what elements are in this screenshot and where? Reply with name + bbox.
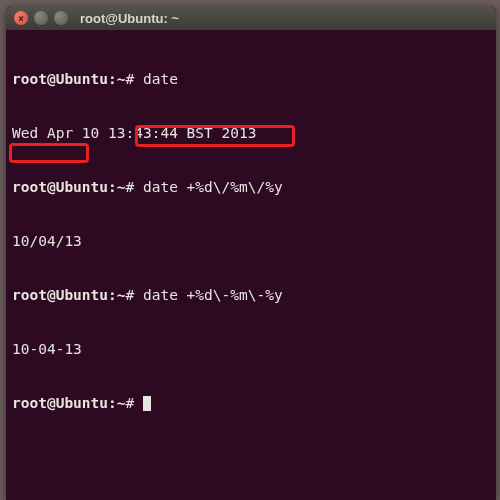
prompt-userhost: root@Ubuntu (12, 287, 108, 303)
output-text: Wed Apr 10 13:43:44 BST 2013 (12, 125, 256, 141)
terminal-line: root@Ubuntu:~# date +%d\-%m\-%y (12, 286, 490, 304)
prompt-symbol: # (126, 179, 135, 195)
prompt-symbol: # (126, 287, 135, 303)
cursor-icon (143, 396, 151, 411)
highlight-output-box (9, 143, 89, 163)
prompt-symbol: # (126, 71, 135, 87)
output-text: 10/04/13 (12, 233, 82, 249)
minimize-icon[interactable] (34, 11, 48, 25)
prompt-sep: : (108, 287, 117, 303)
prompt-path: ~ (117, 71, 126, 87)
prompt-sep: : (108, 179, 117, 195)
titlebar[interactable]: × root@Ubuntu: ~ (6, 6, 496, 30)
prompt-path: ~ (117, 287, 126, 303)
close-icon[interactable]: × (14, 11, 28, 25)
prompt-path: ~ (117, 395, 126, 411)
terminal-line: root@Ubuntu:~# date +%d\/%m\/%y (12, 178, 490, 196)
terminal-line: 10/04/13 (12, 232, 490, 250)
prompt-userhost: root@Ubuntu (12, 395, 108, 411)
command-text: date +%d\-%m\-%y (143, 287, 283, 303)
maximize-icon[interactable] (54, 11, 68, 25)
terminal-line: Wed Apr 10 13:43:44 BST 2013 (12, 124, 490, 142)
terminal-line: root@Ubuntu:~# date (12, 70, 490, 88)
terminal-line: 10-04-13 (12, 340, 490, 358)
terminal-body[interactable]: root@Ubuntu:~# date Wed Apr 10 13:43:44 … (6, 30, 496, 488)
output-text: 10-04-13 (12, 341, 82, 357)
window-title: root@Ubuntu: ~ (80, 11, 179, 26)
prompt-sep: : (108, 395, 117, 411)
terminal-line: root@Ubuntu:~# (12, 394, 490, 412)
prompt-path: ~ (117, 179, 126, 195)
prompt-symbol: # (126, 395, 135, 411)
command-text: date +%d\/%m\/%y (143, 179, 283, 195)
prompt-userhost: root@Ubuntu (12, 71, 108, 87)
command-text: date (143, 71, 178, 87)
prompt-userhost: root@Ubuntu (12, 179, 108, 195)
terminal-window: × root@Ubuntu: ~ root@Ubuntu:~# date Wed… (6, 6, 496, 500)
prompt-sep: : (108, 71, 117, 87)
